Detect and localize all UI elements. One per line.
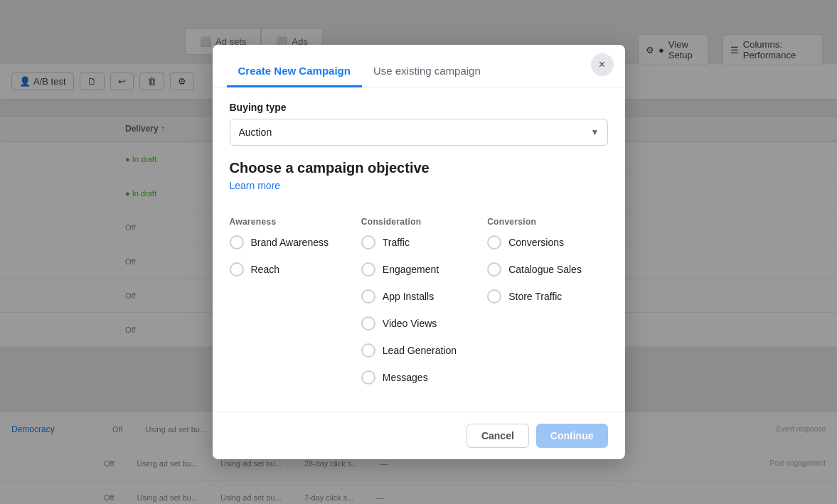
- engagement-label: Engagement: [383, 264, 439, 275]
- tab-create-new-campaign[interactable]: Create New Campaign: [227, 56, 362, 87]
- radio-circle-lead-gen: [361, 343, 375, 358]
- radio-traffic[interactable]: Traffic: [361, 235, 476, 250]
- conversion-label: Conversion: [487, 217, 602, 227]
- radio-messages[interactable]: Messages: [361, 370, 476, 385]
- radio-circle-catalogue-sales: [487, 262, 501, 277]
- reach-label: Reach: [251, 264, 279, 275]
- traffic-label: Traffic: [383, 237, 410, 248]
- radio-app-installs[interactable]: App Installs: [361, 289, 476, 304]
- modal-overlay: Create New Campaign Use existing campaig…: [0, 0, 837, 504]
- radio-brand-awareness[interactable]: Brand Awareness: [230, 235, 350, 250]
- modal-body: Buying type Auction Reach and Frequency …: [213, 87, 625, 412]
- radio-circle-video-views: [361, 316, 375, 331]
- radio-catalogue-sales[interactable]: Catalogue Sales: [487, 262, 602, 277]
- radio-circle-app-installs: [361, 289, 375, 304]
- radio-circle-engagement: [361, 262, 375, 277]
- radio-circle-messages: [361, 370, 375, 385]
- tab-use-existing[interactable]: Use existing campaign: [362, 56, 492, 87]
- radio-circle-brand-awareness: [230, 235, 244, 250]
- radio-circle-store-traffic: [487, 289, 501, 304]
- buying-type-select-wrapper: Auction Reach and Frequency TRP Buying ▼: [230, 119, 608, 146]
- learn-more-link[interactable]: Learn more: [230, 180, 281, 191]
- brand-awareness-label: Brand Awareness: [251, 237, 329, 248]
- video-views-label: Video Views: [383, 318, 437, 329]
- messages-label: Messages: [383, 372, 428, 383]
- app-installs-label: App Installs: [383, 291, 434, 302]
- lead-generation-label: Lead Generation: [383, 345, 457, 356]
- catalogue-sales-label: Catalogue Sales: [508, 264, 582, 275]
- awareness-column: Awareness Brand Awareness Reach: [230, 217, 356, 397]
- radio-store-traffic[interactable]: Store Traffic: [487, 289, 602, 304]
- conversions-label: Conversions: [508, 237, 564, 248]
- buying-type-label: Buying type: [230, 102, 608, 113]
- objective-title: Choose a campaign objective: [230, 160, 608, 176]
- continue-button[interactable]: Continue: [536, 424, 608, 448]
- radio-engagement[interactable]: Engagement: [361, 262, 476, 277]
- cancel-button[interactable]: Cancel: [467, 424, 529, 448]
- radio-circle-traffic: [361, 235, 375, 250]
- radio-circle-conversions: [487, 235, 501, 250]
- modal-header: Create New Campaign Use existing campaig…: [213, 45, 625, 87]
- radio-video-views[interactable]: Video Views: [361, 316, 476, 331]
- close-button[interactable]: ×: [591, 53, 614, 76]
- radio-circle-reach: [230, 262, 244, 277]
- conversion-column: Conversion Conversions Catalogue Sales S…: [481, 217, 607, 397]
- store-traffic-label: Store Traffic: [508, 291, 562, 302]
- radio-conversions[interactable]: Conversions: [487, 235, 602, 250]
- consideration-label: Consideration: [361, 217, 476, 227]
- create-campaign-modal: Create New Campaign Use existing campaig…: [213, 45, 625, 459]
- modal-footer: Cancel Continue: [213, 412, 625, 459]
- radio-lead-generation[interactable]: Lead Generation: [361, 343, 476, 358]
- objectives-grid: Awareness Brand Awareness Reach Consider…: [230, 217, 608, 397]
- buying-type-select[interactable]: Auction Reach and Frequency TRP Buying: [230, 119, 608, 146]
- consideration-column: Consideration Traffic Engagement App Ins…: [356, 217, 481, 397]
- awareness-label: Awareness: [230, 217, 350, 227]
- radio-reach[interactable]: Reach: [230, 262, 350, 277]
